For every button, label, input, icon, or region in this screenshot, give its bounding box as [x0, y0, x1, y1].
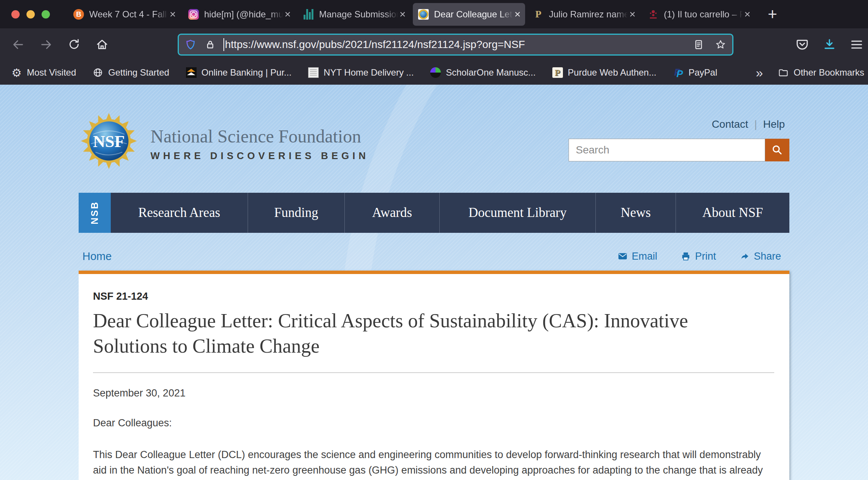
address-bar[interactable]: https://www.nsf.gov/pubs/2021/nsf21124/n… [178, 34, 733, 56]
nav-funding[interactable]: Funding [248, 193, 345, 233]
nav-research-areas[interactable]: Research Areas [111, 193, 248, 233]
tab-close-icon[interactable] [629, 9, 636, 20]
bookmark-scholarone[interactable]: ScholarOne Manusc... [430, 67, 535, 78]
bookmark-label: Most Visited [27, 67, 76, 78]
instagram-favicon [188, 9, 199, 20]
search-input[interactable] [569, 139, 765, 161]
site-search [569, 139, 789, 161]
tab-title: Manage Submissions [319, 9, 400, 20]
pocket-icon[interactable] [795, 38, 809, 51]
tab-close-icon[interactable] [285, 9, 291, 20]
navigation-toolbar: https://www.nsf.gov/pubs/2021/nsf21124/n… [0, 28, 868, 60]
tab-dear-colleague-active[interactable]: Dear Colleague Lette [413, 3, 525, 26]
other-bookmarks-label: Other Bookmarks [794, 67, 864, 78]
tab-strip: Week 7 Oct 4 - Fall 2 hide[m] (@hide_mun… [68, 0, 755, 28]
brightspace-favicon [73, 9, 84, 20]
bookmark-online-banking[interactable]: Online Banking | Pur... [186, 67, 291, 78]
tab-close-icon[interactable] [515, 9, 521, 20]
bookmark-nyt[interactable]: NYT Home Delivery ... [308, 67, 414, 78]
forward-button[interactable] [38, 36, 54, 53]
nav-document-library[interactable]: Document Library [440, 193, 596, 233]
nav-menu: Research Areas Funding Awards Document L… [111, 193, 789, 233]
scholarone-icon [430, 67, 441, 78]
document-paragraph: This Dear Colleague Letter (DCL) encoura… [93, 447, 773, 480]
tab-instagram[interactable]: hide[m] (@hide_mun [183, 3, 295, 26]
tab-title: hide[m] (@hide_mun [204, 9, 285, 20]
bookmark-purdue-auth[interactable]: Purdue Web Authen... [552, 67, 656, 78]
text-cursor [223, 38, 224, 51]
email-link[interactable]: Email [617, 251, 657, 262]
zoom-window-button[interactable] [42, 10, 50, 19]
site-brand: National Science Foundation WHERE DISCOV… [150, 127, 369, 162]
globe-icon [93, 67, 103, 78]
org-name: National Science Foundation [150, 127, 369, 146]
bookmark-paypal[interactable]: PayPal [673, 67, 717, 78]
bookmark-label: PayPal [688, 67, 717, 78]
page-content: NSF National Science Foundation WHERE DI… [0, 85, 868, 480]
divider [93, 372, 774, 373]
bookmark-getting-started[interactable]: Getting Started [93, 67, 169, 78]
url-text[interactable]: https://www.nsf.gov/pubs/2021/nsf21124/n… [225, 39, 688, 51]
salutation: Dear Colleagues: [93, 417, 774, 429]
site-header: NSF National Science Foundation WHERE DI… [79, 85, 789, 169]
breadcrumb-row: Home Email Print Share [79, 248, 789, 265]
accent-bar [79, 271, 789, 274]
tab-bar: Week 7 Oct 4 - Fall 2 hide[m] (@hide_mun… [0, 0, 868, 28]
toolbar-right-actions [795, 38, 865, 51]
tab-week7[interactable]: Week 7 Oct 4 - Fall 2 [68, 3, 180, 26]
lock-icon[interactable] [205, 39, 216, 50]
contact-link[interactable]: Contact [712, 118, 749, 130]
email-icon [617, 251, 628, 262]
help-link[interactable]: Help [763, 118, 785, 130]
home-button[interactable] [94, 36, 110, 53]
share-link[interactable]: Share [739, 251, 781, 262]
print-icon [680, 251, 691, 262]
print-link[interactable]: Print [680, 251, 716, 262]
nav-about-nsf[interactable]: About NSF [676, 193, 789, 233]
reader-view-icon[interactable] [693, 39, 704, 50]
nsf-favicon [418, 9, 429, 20]
purdue-p-icon [552, 67, 563, 78]
search-button[interactable] [765, 139, 789, 161]
bookmark-label: ScholarOne Manusc... [446, 67, 535, 78]
bookmark-star-icon[interactable] [715, 39, 726, 50]
bank-chevrons-icon [186, 67, 197, 78]
tab-close-icon[interactable] [170, 9, 176, 20]
utility-links: Contact | Help [712, 118, 789, 130]
bookmarks-overflow-chevron[interactable] [756, 65, 763, 80]
tab-close-icon[interactable] [400, 9, 406, 20]
bookmarks-toolbar: Most Visited Getting Started Online Bank… [0, 60, 868, 85]
reload-button[interactable] [66, 36, 82, 53]
other-bookmarks-folder[interactable]: Other Bookmarks [778, 67, 864, 78]
nav-awards[interactable]: Awards [345, 193, 440, 233]
tab-carrello[interactable]: (1) Il tuo carrello – Pia [643, 3, 755, 26]
bookmark-label: Getting Started [108, 67, 169, 78]
close-window-button[interactable] [11, 10, 20, 19]
nav-news[interactable]: News [596, 193, 676, 233]
main-navigation: NSB Research Areas Funding Awards Docume… [79, 193, 789, 233]
gear-icon [11, 67, 22, 78]
minimize-window-button[interactable] [26, 10, 35, 19]
back-button[interactable] [10, 36, 26, 53]
urlbar-actions [693, 39, 726, 50]
nsb-tab[interactable]: NSB [79, 193, 111, 233]
new-tab-button[interactable] [768, 6, 777, 22]
browser-window: Week 7 Oct 4 - Fall 2 hide[m] (@hide_mun… [0, 0, 868, 480]
breadcrumb-home-link[interactable]: Home [82, 250, 112, 263]
tab-close-icon[interactable] [744, 9, 750, 20]
menu-hamburger-icon[interactable] [850, 38, 863, 51]
tracking-protection-shield-icon[interactable] [185, 39, 196, 50]
bookmark-label: Online Banking | Pur... [202, 67, 291, 78]
org-tagline: WHERE DISCOVERIES BEGIN [150, 150, 369, 162]
document-number: NSF 21-124 [93, 291, 774, 302]
piacenza-favicon [648, 9, 659, 20]
bookmark-most-visited[interactable]: Most Visited [11, 67, 76, 78]
bar-chart-favicon [303, 9, 314, 20]
tab-title: (1) Il tuo carrello – Pia [664, 9, 744, 20]
tab-manage-submissions[interactable]: Manage Submissions [298, 3, 410, 26]
bookmark-label: Purdue Web Authen... [568, 67, 656, 78]
tab-julio-ramirez[interactable]: Julio Ramirez named [528, 3, 640, 26]
downloads-icon[interactable] [823, 38, 836, 51]
document-title: Dear Colleague Letter: Critical Aspects … [93, 308, 713, 359]
bookmark-label: NYT Home Delivery ... [324, 67, 414, 78]
